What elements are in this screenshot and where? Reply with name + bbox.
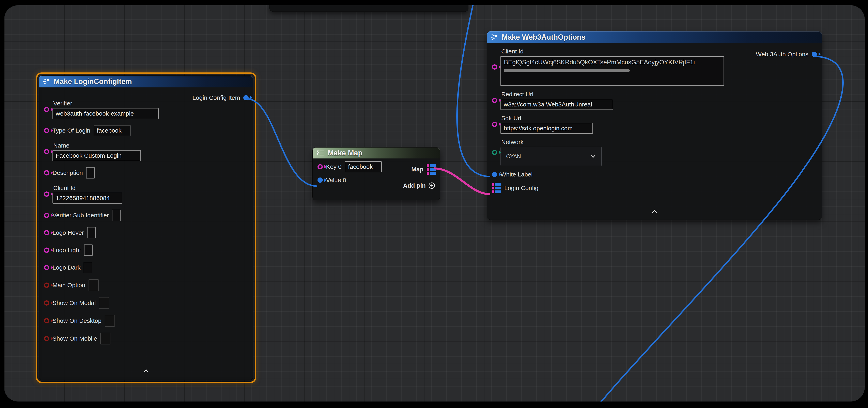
input-pin-main-option[interactable] <box>44 282 49 288</box>
input-pin-sdk-url[interactable] <box>492 122 497 127</box>
show-on-mobile-checkbox[interactable] <box>100 333 111 344</box>
sdk-url-field[interactable]: https://sdk.openlogin.com <box>500 123 593 134</box>
pin-label: Client Id <box>501 48 724 55</box>
input-pin-show-on-desktop[interactable] <box>44 318 49 324</box>
pin-row-name: Name Facebook Custom Login <box>39 142 253 161</box>
pin-label: Logo Dark <box>53 264 81 271</box>
pin-row-redirect-url: Redirect Url w3a://com.w3a.Web3AuthUnrea… <box>487 91 822 110</box>
collapse-chevron-icon[interactable] <box>650 209 659 215</box>
node-header[interactable]: Make LoginConfigItem <box>39 76 253 88</box>
node-title: Make LoginConfigItem <box>54 77 132 86</box>
input-pin-logo-light[interactable] <box>44 247 49 253</box>
output-pin-login-config-item[interactable] <box>243 95 249 100</box>
input-pin-name[interactable] <box>44 149 49 154</box>
client-id-field[interactable]: BEglQSgt4cUWcj6SKRdu5QkOXTsePmMcusG5EAoy… <box>500 56 724 86</box>
pin-row-logo-dark: Logo Dark <box>39 262 253 273</box>
type-of-login-field[interactable]: facebook <box>94 125 130 136</box>
input-pin-logo-dark[interactable] <box>44 265 49 270</box>
show-on-modal-checkbox[interactable] <box>99 297 109 309</box>
logo-hover-field[interactable] <box>87 227 96 238</box>
chevron-down-icon <box>590 155 596 159</box>
pin-label: Network <box>501 139 602 145</box>
show-on-desktop-checkbox[interactable] <box>105 315 115 327</box>
client-id-field[interactable]: 1222658941886084 <box>53 193 122 204</box>
node-make-loginconfigitem[interactable]: Make LoginConfigItem Login Config Item V… <box>39 75 253 380</box>
add-pin-label: Add pin <box>403 182 426 189</box>
main-option-checkbox[interactable] <box>89 279 99 291</box>
input-pin-show-on-mobile[interactable] <box>44 336 49 341</box>
pin-row-show-on-modal: Show On Modal <box>39 297 253 309</box>
output-row: Login Config Item <box>192 94 249 101</box>
pin-label: Client Id <box>53 184 122 192</box>
verifier-sub-identifier-field[interactable] <box>112 210 121 221</box>
add-pin-button[interactable]: Add pin <box>403 182 435 189</box>
output-pin-label: Web 3Auth Options <box>756 51 808 58</box>
wire-map-to-loginconfig[interactable] <box>434 168 490 194</box>
horizontal-scrollbar[interactable] <box>504 69 630 72</box>
pin-label: Verifier Sub Identifier <box>53 212 109 219</box>
node-title: Make Map <box>328 149 363 157</box>
node-make-web3authoptions[interactable]: Make Web3AuthOptions Web 3Auth Options C… <box>487 31 822 220</box>
make-struct-icon <box>491 33 499 41</box>
input-pin-client-id[interactable] <box>44 192 49 197</box>
network-dropdown[interactable]: CYAN <box>500 147 602 166</box>
name-field[interactable]: Facebook Custom Login <box>53 150 141 161</box>
input-pin-login-config[interactable] <box>492 183 501 193</box>
wire-offscreen-to-whitelabel[interactable] <box>457 5 490 176</box>
node-header[interactable]: Make Web3AuthOptions <box>487 31 822 43</box>
blueprint-editor: Make LoginConfigItem Login Config Item V… <box>0 0 868 408</box>
input-pin-key0[interactable] <box>317 164 323 169</box>
graph-canvas[interactable]: Make LoginConfigItem Login Config Item V… <box>4 5 865 402</box>
pin-label: Main Option <box>53 282 85 288</box>
description-field[interactable] <box>86 167 95 178</box>
pin-label: Show On Modal <box>53 300 96 306</box>
output-pin-label: Map <box>411 166 424 173</box>
input-pin-type-of-login[interactable] <box>44 128 49 133</box>
pin-row-network: Network CYAN <box>487 139 822 166</box>
pin-row-show-on-mobile: Show On Mobile <box>39 333 253 344</box>
logo-light-field[interactable] <box>84 244 93 256</box>
pin-row-login-config: Login Config <box>487 183 822 193</box>
logo-dark-field[interactable] <box>84 262 92 273</box>
input-pin-redirect-url[interactable] <box>492 98 497 103</box>
pin-label: Show On Desktop <box>53 317 101 324</box>
input-pin-network[interactable] <box>492 150 497 155</box>
network-dropdown-value: CYAN <box>506 154 521 160</box>
offscreen-node-bottom[interactable] <box>270 5 468 12</box>
input-pin-description[interactable] <box>44 170 49 175</box>
node-make-map[interactable]: Make Map Key 0 facebook Value 0 Map <box>312 147 440 200</box>
redirect-url-field[interactable]: w3a://com.w3a.Web3AuthUnreal <box>500 99 613 110</box>
pin-row-show-on-desktop: Show On Desktop <box>39 315 253 327</box>
pin-label: Key 0 <box>326 163 342 170</box>
output-row: Map <box>411 164 436 175</box>
wire-loginconfigitem-to-value0[interactable] <box>246 99 317 186</box>
pin-row-verifier-sub-identifier: Verifier Sub Identifier <box>39 210 253 221</box>
node-title: Make Web3AuthOptions <box>502 33 585 41</box>
input-pin-verifier-sub-identifier[interactable] <box>44 213 49 218</box>
add-pin-icon <box>428 182 435 189</box>
input-pin-logo-hover[interactable] <box>44 230 49 235</box>
pin-label: Redirect Url <box>501 91 613 98</box>
collapse-chevron-icon[interactable] <box>142 368 151 374</box>
verifier-field[interactable]: web3auth-facebook-example <box>53 108 159 119</box>
pin-label: Logo Light <box>53 247 81 253</box>
pin-row-type-of-login: Type Of Login facebook <box>39 125 253 136</box>
input-pin-client-id[interactable] <box>492 64 497 70</box>
pin-label: Verifier <box>53 100 159 107</box>
pin-label: Value 0 <box>326 177 346 183</box>
key0-field[interactable]: facebook <box>345 161 382 172</box>
pin-row-verifier: Verifier web3auth-facebook-example <box>39 100 253 119</box>
output-row: Web 3Auth Options <box>756 51 817 58</box>
pin-label: White Label <box>500 171 532 178</box>
pin-label: Logo Hover <box>53 229 84 236</box>
input-pin-value0[interactable] <box>317 177 323 183</box>
node-header[interactable]: Make Map <box>313 147 440 159</box>
input-pin-verifier[interactable] <box>44 107 49 112</box>
input-pin-white-label[interactable] <box>492 172 497 177</box>
pin-label: Sdk Url <box>501 115 593 122</box>
pin-label: Show On Mobile <box>53 335 97 342</box>
client-id-text: BEglQSgt4cUWcj6SKRdu5QkOXTsePmMcusG5EAoy… <box>504 59 721 66</box>
make-map-icon <box>316 149 325 157</box>
input-pin-show-on-modal[interactable] <box>44 300 49 306</box>
pin-row-main-option: Main Option <box>39 279 253 291</box>
